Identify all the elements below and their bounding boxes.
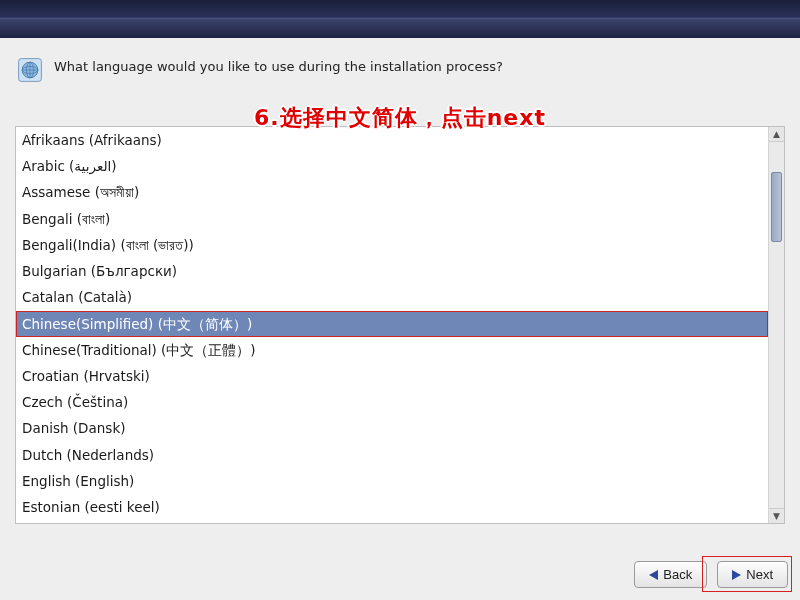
- language-option[interactable]: Finnish (suomi): [16, 520, 768, 523]
- language-option[interactable]: English (English): [16, 468, 768, 494]
- language-option[interactable]: Danish (Dansk): [16, 415, 768, 441]
- title-bar: [0, 0, 800, 38]
- language-option[interactable]: Dutch (Nederlands): [16, 442, 768, 468]
- language-option[interactable]: Bengali (বাংলা): [16, 206, 768, 232]
- language-option[interactable]: Arabic (العربية): [16, 153, 768, 179]
- scroll-thumb[interactable]: [771, 172, 782, 242]
- language-option[interactable]: Afrikaans (Afrikaans): [16, 127, 768, 153]
- scroll-up-button[interactable]: ▲: [769, 127, 784, 142]
- header: What language would you like to use duri…: [0, 38, 800, 94]
- globe-icon: [16, 56, 44, 84]
- language-option[interactable]: Assamese (অসমীয়া): [16, 179, 768, 205]
- scroll-down-button[interactable]: ▼: [769, 508, 784, 523]
- language-option[interactable]: Chinese(Traditional) (中文（正體）): [16, 337, 768, 363]
- language-option[interactable]: Estonian (eesti keel): [16, 494, 768, 520]
- language-option[interactable]: Bulgarian (Български): [16, 258, 768, 284]
- back-button[interactable]: Back: [634, 561, 707, 588]
- language-list[interactable]: Afrikaans (Afrikaans)Arabic (العربية)Ass…: [16, 127, 768, 523]
- language-option[interactable]: Chinese(Simplified) (中文（简体）): [16, 311, 768, 337]
- language-list-container: Afrikaans (Afrikaans)Arabic (العربية)Ass…: [15, 126, 785, 524]
- arrow-right-icon: [732, 570, 741, 580]
- language-option[interactable]: Bengali(India) (বাংলা (ভারত)): [16, 232, 768, 258]
- next-button[interactable]: Next: [717, 561, 788, 588]
- scrollbar[interactable]: ▲ ▼: [768, 127, 784, 523]
- header-prompt: What language would you like to use duri…: [54, 56, 503, 76]
- language-option[interactable]: Czech (Čeština): [16, 389, 768, 415]
- back-button-label: Back: [663, 567, 692, 582]
- footer: Back Next: [634, 561, 788, 588]
- arrow-left-icon: [649, 570, 658, 580]
- language-option[interactable]: Croatian (Hrvatski): [16, 363, 768, 389]
- next-button-label: Next: [746, 567, 773, 582]
- language-option[interactable]: Catalan (Català): [16, 284, 768, 310]
